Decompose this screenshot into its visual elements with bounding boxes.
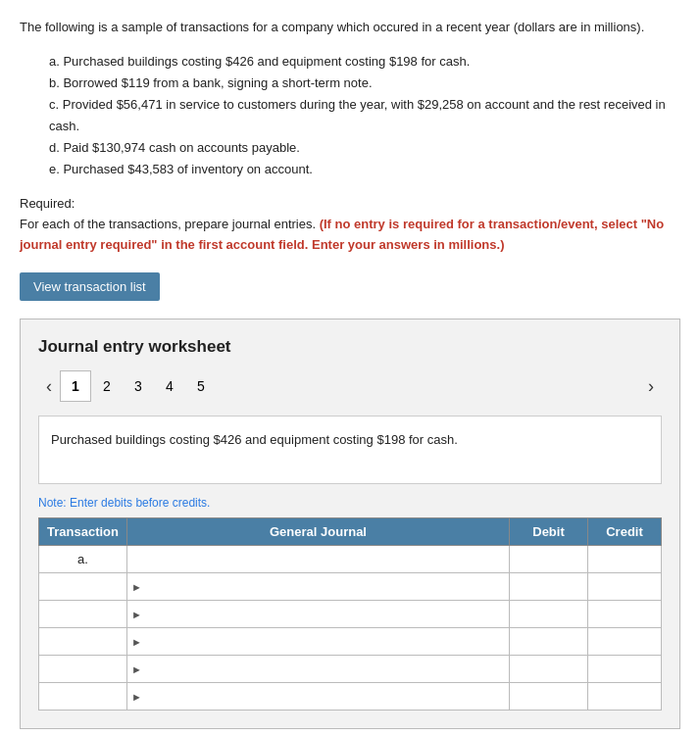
debit-cell-2[interactable] <box>510 573 588 601</box>
col-header-credit: Credit <box>588 518 662 546</box>
journal-input-5[interactable] <box>145 662 501 676</box>
table-row: ► <box>39 601 662 628</box>
journal-input-6[interactable] <box>145 689 501 704</box>
table-row: ► <box>39 683 662 711</box>
credit-input-5[interactable] <box>596 662 653 676</box>
debit-input-6[interactable] <box>518 689 579 704</box>
next-page-button[interactable]: › <box>640 372 662 401</box>
journal-cell-3[interactable]: ► <box>127 601 510 628</box>
indent-arrow-3: ► <box>131 609 142 620</box>
page-4-button[interactable]: 4 <box>154 370 185 402</box>
note-text: Note: Enter debits before credits. <box>38 496 662 510</box>
transactions-list: a. Purchased buildings costing $426 and … <box>49 51 680 181</box>
transaction-c: c. Provided $56,471 in service to custom… <box>49 94 680 137</box>
journal-input-1[interactable] <box>135 552 501 566</box>
debit-cell-1[interactable] <box>510 546 588 573</box>
table-row: ► <box>39 573 662 601</box>
credit-input-3[interactable] <box>596 607 653 621</box>
indent-arrow-2: ► <box>131 581 142 593</box>
required-text: For each of the transactions, prepare jo… <box>20 215 680 256</box>
worksheet-title: Journal entry worksheet <box>38 337 662 357</box>
table-row: a. <box>39 546 662 573</box>
journal-input-2[interactable] <box>145 579 501 594</box>
credit-cell-5[interactable] <box>588 656 662 683</box>
debit-input-3[interactable] <box>518 607 579 621</box>
journal-cell-4[interactable]: ► <box>127 628 510 656</box>
indent-arrow-5: ► <box>131 663 142 675</box>
debit-cell-5[interactable] <box>510 656 588 683</box>
debit-cell-4[interactable] <box>510 628 588 656</box>
journal-cell-5[interactable]: ► <box>127 656 510 683</box>
debit-input-5[interactable] <box>518 662 579 676</box>
transaction-cell-3 <box>39 601 127 628</box>
journal-input-3[interactable] <box>145 607 501 621</box>
transaction-description-box: Purchased buildings costing $426 and equ… <box>38 416 662 484</box>
journal-cell-1[interactable] <box>127 546 510 573</box>
credit-cell-2[interactable] <box>588 573 662 601</box>
prev-page-button[interactable]: ‹ <box>38 372 60 401</box>
transaction-cell-2 <box>39 573 127 601</box>
credit-cell-1[interactable] <box>588 546 662 573</box>
table-row: ► <box>39 656 662 683</box>
col-header-debit: Debit <box>510 518 588 546</box>
transaction-cell-5 <box>39 656 127 683</box>
indent-arrow-4: ► <box>131 636 142 648</box>
table-row: ► <box>39 628 662 656</box>
credit-input-4[interactable] <box>596 634 653 649</box>
page-1-button[interactable]: 1 <box>60 370 91 402</box>
view-transaction-list-button[interactable]: View transaction list <box>20 272 160 301</box>
required-section: Required: For each of the transactions, … <box>20 194 680 255</box>
transaction-cell-4 <box>39 628 127 656</box>
worksheet-container: Journal entry worksheet ‹ 1 2 3 4 5 › Pu… <box>20 319 680 729</box>
indent-arrow-6: ► <box>131 691 142 703</box>
debit-input-4[interactable] <box>518 634 579 649</box>
credit-input-6[interactable] <box>596 689 653 704</box>
journal-cell-6[interactable]: ► <box>127 683 510 711</box>
debit-cell-3[interactable] <box>510 601 588 628</box>
page-3-button[interactable]: 3 <box>123 370 154 402</box>
col-header-transaction: Transaction <box>39 518 127 546</box>
journal-cell-2[interactable]: ► <box>127 573 510 601</box>
col-header-general-journal: General Journal <box>127 518 510 546</box>
transaction-d: d. Paid $130,974 cash on accounts payabl… <box>49 137 680 159</box>
debit-cell-6[interactable] <box>510 683 588 711</box>
required-label: Required: <box>20 194 680 215</box>
credit-input-1[interactable] <box>596 552 653 566</box>
journal-table: Transaction General Journal Debit Credit… <box>38 517 662 711</box>
required-plain-text: For each of the transactions, prepare jo… <box>20 217 320 231</box>
transaction-b: b. Borrowed $119 from a bank, signing a … <box>49 73 680 94</box>
credit-cell-6[interactable] <box>588 683 662 711</box>
credit-input-2[interactable] <box>596 579 653 594</box>
debit-input-2[interactable] <box>518 579 579 594</box>
pagination: ‹ 1 2 3 4 5 › <box>38 370 662 402</box>
credit-cell-3[interactable] <box>588 601 662 628</box>
transaction-a: a. Purchased buildings costing $426 and … <box>49 51 680 73</box>
debit-input-1[interactable] <box>518 552 579 566</box>
transaction-cell-6 <box>39 683 127 711</box>
page-5-button[interactable]: 5 <box>185 370 217 402</box>
page-2-button[interactable]: 2 <box>91 370 123 402</box>
journal-input-4[interactable] <box>145 634 501 649</box>
credit-cell-4[interactable] <box>588 628 662 656</box>
transaction-e: e. Purchased $43,583 of inventory on acc… <box>49 159 680 180</box>
intro-text: The following is a sample of transaction… <box>20 18 680 37</box>
transaction-cell-1: a. <box>39 546 127 573</box>
